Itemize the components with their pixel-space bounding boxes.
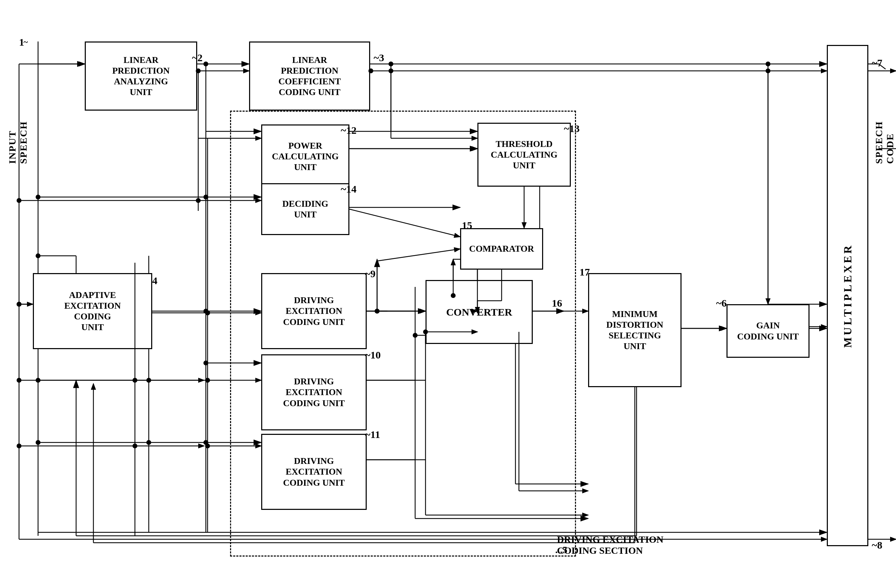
ref-5-dot: ...5 — [555, 544, 567, 556]
svg-point-102 — [133, 378, 137, 383]
svg-point-112 — [205, 378, 210, 383]
svg-point-98 — [17, 444, 21, 448]
ref-10: ~10 — [365, 349, 381, 361]
svg-point-105 — [133, 444, 137, 448]
svg-point-69 — [36, 378, 41, 383]
driving-excitation-coding-unit-11: DRIVINGEXCITATIONCODING UNIT — [261, 434, 367, 510]
adaptive-excitation-coding-unit: ADAPTIVEEXCITATIONCODINGUNIT — [33, 273, 152, 349]
svg-point-73 — [36, 440, 41, 445]
svg-point-10 — [203, 62, 208, 66]
svg-point-13 — [203, 194, 208, 199]
svg-point-96 — [17, 302, 21, 307]
ref-13: ~13 — [564, 123, 580, 134]
svg-point-87 — [196, 198, 201, 203]
min-distortion-selecting-unit: MINIMUMDISTORTIONSELECTINGUNIT — [588, 273, 681, 387]
svg-point-22 — [203, 309, 208, 313]
threshold-calculating-unit: THRESHOLDCALCULATINGUNIT — [477, 123, 571, 187]
ref-5: DRIVING EXCITATIONCODING SECTION — [557, 534, 663, 556]
ref-15: 15 — [462, 219, 472, 231]
ref-11: ~11 — [365, 428, 380, 441]
driving-excitation-coding-unit-10: DRIVINGEXCITATIONCODING UNIT — [261, 354, 367, 430]
power-calculating-unit: POWERCALCULATINGUNIT — [261, 125, 349, 188]
ref-3: ~3 — [373, 52, 384, 64]
comparator: COMPARATOR — [460, 228, 543, 270]
driving-excitation-coding-unit-9: DRIVINGEXCITATIONCODING UNIT — [261, 273, 367, 349]
svg-point-142 — [766, 68, 770, 73]
ref-4: 4 — [152, 275, 157, 287]
ref-9: ~9 — [365, 268, 376, 280]
svg-point-71 — [146, 440, 151, 445]
svg-point-108 — [205, 310, 210, 315]
svg-point-114 — [205, 444, 210, 448]
gain-coding-unit: GAINCODING UNIT — [727, 304, 809, 358]
ref-8: ~8 — [872, 539, 882, 551]
lp-analyzing-unit: LINEARPREDICTIONANALYZINGUNIT — [85, 41, 197, 111]
svg-point-27 — [203, 440, 208, 445]
ref-7: ~7 — [872, 57, 882, 69]
ref-6: ~6 — [716, 297, 727, 309]
ref-17: 17 — [579, 266, 590, 278]
speech-code-label: SPEECHCODE — [873, 121, 896, 164]
svg-point-81 — [389, 68, 393, 73]
svg-point-25 — [203, 360, 208, 365]
svg-point-6 — [389, 62, 393, 66]
ref-12: ~12 — [341, 125, 357, 136]
svg-point-19 — [36, 254, 41, 258]
ref-14: ~14 — [341, 183, 357, 195]
svg-point-111 — [205, 310, 210, 315]
ref-16: 16 — [552, 297, 562, 309]
input-speech-label: INPUTSPEECH — [7, 121, 29, 164]
svg-point-95 — [17, 198, 21, 203]
deciding-unit: DECIDINGUNIT — [261, 183, 349, 235]
svg-point-16 — [36, 194, 41, 199]
lp-coeff-coding-unit: LINEARPREDICTIONCOEFFICIENTCODING UNIT — [249, 41, 370, 111]
converter: CONVERTER — [425, 280, 533, 344]
svg-point-97 — [17, 378, 21, 383]
multiplexer: MULTIPLEXER — [827, 45, 868, 546]
ref-tilde: ~ — [23, 37, 28, 47]
svg-point-93 — [17, 302, 21, 307]
ref-2: ~2 — [192, 52, 203, 64]
svg-point-66 — [146, 378, 151, 383]
svg-point-57 — [766, 62, 770, 66]
